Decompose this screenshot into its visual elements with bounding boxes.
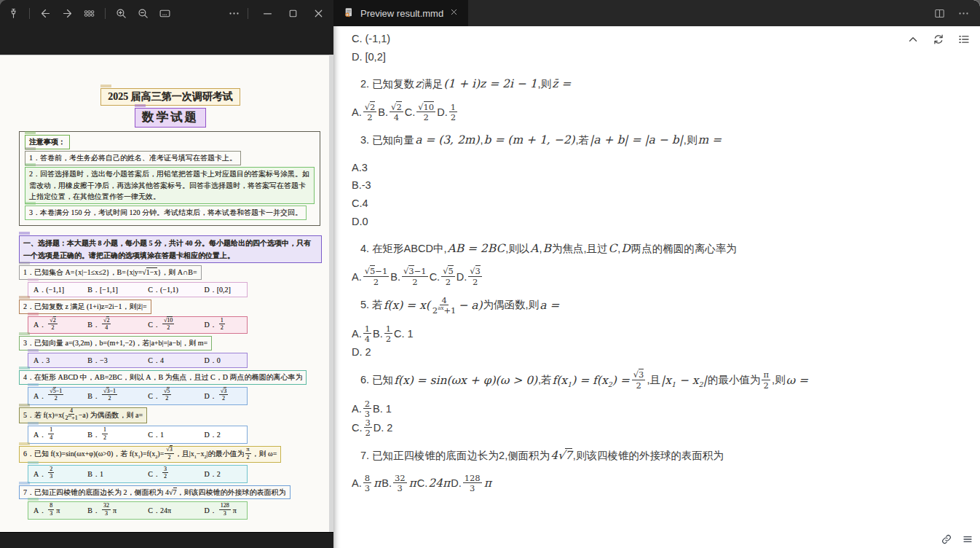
text: 5. 若 [360, 298, 383, 312]
text: A. [352, 328, 362, 340]
text: D. [437, 106, 448, 118]
pin-icon[interactable] [7, 7, 20, 20]
q2-stem[interactable]: 2．已知复数 z 满足 (1+i)z=2i−1，则|z̄|= [19, 300, 151, 314]
annotation-tag [28, 383, 39, 386]
text: D．2 [205, 469, 221, 480]
text: A． [33, 391, 46, 402]
math-text: f(x) = x( [383, 299, 431, 312]
text: ,则该四棱锥的外接球的表面积为 [573, 449, 724, 463]
option-cell: A．3 [33, 355, 87, 367]
fraction: 14 [48, 427, 54, 441]
close-icon[interactable] [449, 7, 459, 17]
grid-icon[interactable] [83, 7, 95, 20]
annotation-tag [25, 202, 36, 205]
text: 一、选择题：本大题共 8 小题，每小题 5 分，共计 40 分。每小题给出的四个… [23, 239, 311, 259]
more-icon[interactable] [957, 7, 970, 20]
tab-preview-result[interactable]: Preview result.mmd [333, 0, 468, 26]
annotation-tag [25, 147, 36, 150]
fraction: √22 [48, 318, 57, 332]
text: C．1 [148, 429, 164, 441]
text: ,则 [772, 373, 786, 387]
fraction: 42ax+1 [65, 408, 77, 422]
q7-options[interactable]: A．83πB．323πC．24πD．1283π [28, 501, 248, 520]
notice-item-3[interactable]: 3．本卷满分 150 分，考试时间 120 分钟。考试结束后，将本试卷和答题卡一… [25, 206, 307, 220]
fraction: 1283 [219, 503, 231, 517]
text: 2．已知复数 z 满足 (1+i)z=2i−1，则|z̄|= [23, 302, 147, 310]
preview-line: A. 83π B. 323π C. 24π D. 1283π [333, 474, 980, 493]
more-icon[interactable] [228, 7, 240, 20]
q7-stem[interactable]: 7．已知正四棱锥的底面边长为 2，侧面积为 4√7，则该四棱锥的外接球的表面积为 [19, 485, 291, 500]
preview-line: D.0 [333, 212, 980, 230]
fraction: √22 [363, 103, 377, 122]
section-1-header[interactable]: 一、选择题：本大题共 8 小题，每小题 5 分，共计 40 分。每小题给出的四个… [19, 235, 322, 263]
viewer-titlebar [0, 0, 333, 55]
zoom-out-icon[interactable] [137, 7, 149, 20]
preview-line: A. √22 B. √24 C. √102 D. 12 [333, 103, 980, 122]
q4-stem[interactable]: 4．在矩形 ABCD 中，AB=2BC，则以 A，B 为焦点，且过 C，D 两点… [19, 370, 307, 385]
preview-line: A. √5−12 B. √3−12 C. √52 D. √32 [333, 267, 980, 286]
zoom-in-icon[interactable] [115, 7, 127, 20]
notice-section[interactable]: 注意事项：1．答卷前，考生务必将自己的姓名、准考证号填写在答题卡上。2．回答选择… [19, 131, 320, 227]
text: D．2 [205, 429, 221, 441]
chevron-up-icon[interactable] [906, 33, 920, 46]
q4-options[interactable]: A．√5−12B．√3−12C．√52D．√32 [28, 387, 248, 405]
notice-item-2[interactable]: 2．回答选择题时，选出每小题答案后，用铅笔把答题卡上对应题目的答案标号涂黑。如需… [25, 167, 315, 204]
q6-stem[interactable]: 6．已知 f(x)=sin(ωx+φ)(ω>0)，若 f(x1)=f(x2)=√… [19, 446, 281, 463]
q1-options[interactable]: A．(−1,1]B．[−1,1]C．(−1,1)D．[0,2] [28, 282, 248, 298]
option-cell: A．23 [33, 467, 87, 481]
exam-subtitle[interactable]: 数学试题 [135, 108, 206, 127]
option-cell: A．(−1,1] [33, 284, 87, 296]
scanned-exam-document[interactable]: 2025 届高三第一次调研考试数学试题注意事项：1．答卷前，考生务必将自己的姓名… [0, 55, 333, 533]
close-icon[interactable] [312, 7, 325, 20]
preview-panel: Preview result.mmd C. (-1,1)D. [0,2]2. 已… [333, 0, 980, 548]
preview-question-line: 6. 已知 f(x) = sin(ωx + φ)(ω > 0) ,若 f(x1)… [333, 370, 980, 389]
fraction: 83 [48, 503, 54, 517]
text: A. [352, 106, 362, 118]
option-cell: B．1 [87, 467, 148, 481]
menu-icon[interactable] [962, 533, 973, 545]
q5-options[interactable]: A．14B．12C．1D．2 [28, 426, 248, 444]
text: C. [417, 477, 428, 489]
text: A. [352, 477, 362, 489]
text: B．−3 [87, 355, 107, 367]
q3-options[interactable]: A．3B．−3C．4D．0 [28, 353, 248, 369]
option-cell: D．2 [205, 428, 242, 442]
q6-options[interactable]: A．23B．1C．32D．2 [28, 465, 248, 483]
option-cell: B．[−1,1] [87, 284, 148, 296]
back-icon[interactable] [39, 7, 52, 20]
text: B．1 [87, 469, 103, 480]
split-icon[interactable] [933, 7, 946, 20]
text: C． [148, 391, 160, 402]
outline-icon[interactable] [957, 33, 971, 46]
frame-icon[interactable] [159, 7, 171, 20]
text: D. [0,2] [352, 51, 386, 63]
forward-icon[interactable] [61, 7, 74, 20]
q1-stem[interactable]: 1．已知集合 A={x|−1≤x≤2}，B={x|y=√1−x}，则 A∩B= [19, 265, 202, 280]
annotation-tag [25, 131, 36, 134]
maximize-icon[interactable] [287, 7, 299, 20]
notice-item-1[interactable]: 1．答卷前，考生务必将自己的姓名、准考证号填写在答题卡上。 [25, 151, 241, 165]
link-icon[interactable] [941, 533, 952, 545]
text: A．3 [33, 355, 50, 367]
q3-stem[interactable]: 3．已知向量 a=(3,2m)，b=(m+1,−2)，若|a+b|=|a−b|，… [19, 336, 212, 351]
exam-title[interactable]: 2025 届高三第一次调研考试 [100, 88, 240, 106]
text: B． [87, 505, 100, 517]
fraction: √102 [416, 103, 435, 122]
text: D. 2 [352, 346, 371, 358]
text: 3. 已知向量 [360, 133, 414, 147]
option-cell: D．2 [205, 467, 242, 481]
q5-stem[interactable]: 5．若 f(x)=x(42ax+1−a) 为偶函数，则 a= [19, 407, 147, 424]
option-cell: D．1283π [205, 504, 242, 517]
text: C. [405, 106, 416, 118]
preview-question-line: 4. 在矩形ABCD中, AB = 2BC ,则以 A , B 为焦点,且过 C… [333, 240, 980, 258]
option-cell: B．323π [87, 504, 148, 517]
annotation-tag [19, 367, 30, 369]
viewer-toolbar [0, 0, 333, 27]
option-cell: C．24π [148, 504, 204, 517]
minimize-icon[interactable] [261, 7, 274, 20]
q2-options[interactable]: A．√22B．√24C．√102D．12 [28, 316, 248, 334]
annotation-tag [19, 482, 30, 485]
refresh-icon[interactable] [932, 33, 945, 46]
text: 2025 届高三第一次调研考试 [108, 91, 233, 102]
preview-question-line: 2. 已知复数 z 满足 (1 + i)z = 2i − 1 ,则 z̄ = [333, 75, 980, 93]
